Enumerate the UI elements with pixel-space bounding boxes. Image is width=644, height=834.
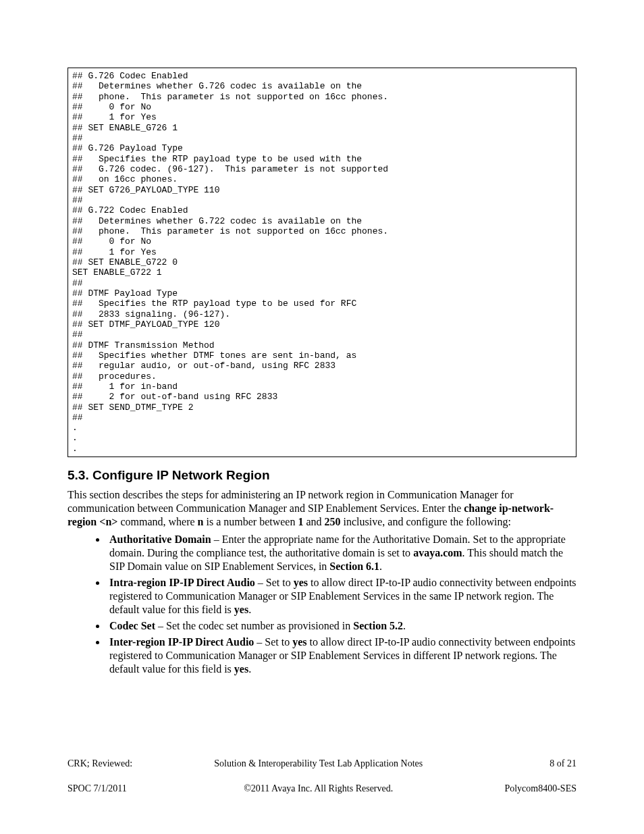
text: is a number between [203, 516, 298, 527]
bullet-list: Authoritative Domain – Enter the appropr… [68, 533, 576, 676]
field-label: Inter-region IP-IP Direct Audio [109, 636, 254, 648]
domain-name: avaya.com [413, 547, 462, 558]
text: – Set to [254, 636, 292, 648]
text: inclusive, and configure the following: [341, 516, 511, 527]
section-heading: 5.3. Configure IP Network Region [68, 468, 576, 483]
section-ref: Section 6.1 [329, 561, 379, 572]
text: . [248, 604, 251, 615]
list-item: Authoritative Domain – Enter the appropr… [107, 533, 576, 573]
footer-text: Solution & Interoperability Test Lab App… [132, 758, 504, 770]
value-yes: yes [294, 577, 308, 588]
field-label: Codec Set [109, 620, 155, 631]
config-code-block: ## G.726 Codec Enabled ## Determines whe… [68, 68, 576, 457]
footer-center: Solution & Interoperability Test Lab App… [132, 746, 504, 807]
value-yes: yes [292, 636, 306, 648]
value-yes: yes [234, 663, 248, 675]
section-number: 5.3. [68, 468, 89, 482]
document-page: ## G.726 Codec Enabled ## Determines whe… [0, 0, 644, 834]
intro-paragraph: This section describes the steps for adm… [68, 488, 576, 529]
list-item: Intra-region IP-IP Direct Audio – Set to… [107, 576, 576, 617]
number-250: 250 [325, 516, 341, 527]
list-item: Inter-region IP-IP Direct Audio – Set to… [107, 635, 576, 676]
text: and [303, 516, 324, 527]
page-footer: CRK; Reviewed: SPOC 7/1/2011 Solution & … [68, 746, 576, 807]
footer-text: ©2011 Avaya Inc. All Rights Reserved. [132, 783, 504, 795]
footer-text: SPOC 7/1/2011 [68, 783, 132, 795]
footer-text: CRK; Reviewed: [68, 758, 132, 770]
text: – Set to [255, 577, 294, 588]
text: . [379, 561, 382, 572]
text: – Set the codec set number as provisione… [155, 620, 353, 631]
section-ref: Section 5.2 [353, 620, 403, 631]
field-label: Authoritative Domain [109, 533, 211, 545]
list-item: Codec Set – Set the codec set number as … [107, 619, 576, 633]
footer-right: 8 of 21 Polycom8400-SES [504, 746, 576, 807]
page-number: 8 of 21 [504, 758, 576, 770]
field-label: Intra-region IP-IP Direct Audio [109, 577, 255, 588]
text: . [248, 663, 251, 675]
footer-left: CRK; Reviewed: SPOC 7/1/2011 [68, 746, 132, 807]
value-yes: yes [234, 604, 248, 615]
section-title: Configure IP Network Region [92, 468, 270, 482]
text: . [403, 620, 406, 631]
text: command, where [117, 516, 197, 527]
doc-id: Polycom8400-SES [504, 783, 576, 795]
text: This section describes the steps for adm… [68, 489, 514, 514]
